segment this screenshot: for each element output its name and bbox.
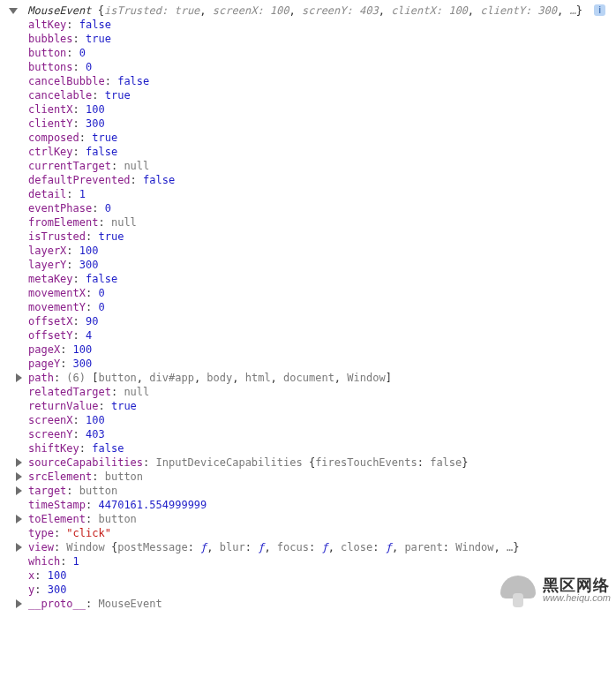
property-name: returnValue: [28, 400, 98, 412]
property-row: cancelBubble: false: [7, 74, 609, 88]
property-value: false: [86, 146, 117, 158]
property-row: timeStamp: 4470161.554999999: [7, 498, 609, 512]
info-icon[interactable]: i: [594, 4, 605, 16]
property-value: false: [143, 174, 175, 186]
property-row: altKey: false: [7, 18, 609, 32]
property-name: toElement: [28, 513, 86, 525]
property-name: offsetY: [28, 329, 73, 342]
property-value: false: [86, 273, 117, 285]
property-value: button: [79, 485, 117, 497]
property-row: shiftKey: false: [7, 441, 609, 455]
disclosure-triangle-icon[interactable]: [16, 472, 22, 481]
property-name: movementX: [28, 287, 86, 299]
property-name: isTrusted: [28, 230, 86, 243]
disclosure-triangle-icon[interactable]: [16, 599, 22, 608]
property-value: false: [117, 75, 149, 87]
property-name: ctrlKey: [28, 146, 73, 158]
property-row: cancelable: true: [7, 88, 609, 102]
property-name: defaultPrevented: [28, 174, 131, 186]
property-value: button: [98, 513, 136, 525]
property-list: altKey: falsebubbles: truebutton: 0butto…: [7, 18, 609, 611]
property-name: __proto__: [28, 598, 86, 610]
property-value: 100: [79, 245, 99, 257]
property-value: Window: [66, 541, 111, 553]
object-header[interactable]: MouseEvent {isTrusted: true, screenX: 10…: [7, 4, 609, 18]
disclosure-triangle-icon[interactable]: [16, 515, 22, 523]
property-row: layerY: 300: [7, 258, 609, 272]
property-row: detail: 1: [7, 187, 609, 201]
disclosure-triangle-icon[interactable]: [9, 8, 18, 14]
property-row: clientY: 300: [7, 117, 609, 131]
property-name: fromElement: [28, 216, 98, 229]
object-type-label: MouseEvent: [27, 4, 91, 17]
property-row: offsetX: 90: [7, 314, 609, 328]
property-row[interactable]: sourceCapabilities: InputDeviceCapabilit…: [7, 455, 609, 470]
property-row[interactable]: target: button: [7, 484, 609, 498]
property-value: false: [92, 442, 124, 455]
property-row: movementX: 0: [7, 286, 609, 300]
property-value: true: [111, 400, 137, 412]
property-value: 4: [86, 329, 92, 342]
property-value: 300: [73, 358, 93, 370]
disclosure-triangle-icon[interactable]: [16, 543, 22, 552]
property-name: metaKey: [28, 273, 73, 285]
property-name: which: [28, 555, 60, 568]
property-row[interactable]: toElement: button: [7, 512, 609, 526]
property-row[interactable]: view: Window {postMessage: ƒ, blur: ƒ, f…: [7, 540, 609, 554]
property-name: target: [28, 485, 66, 497]
property-value: 100: [86, 414, 105, 426]
property-value: button: [105, 470, 143, 483]
property-row: relatedTarget: null: [7, 385, 609, 399]
property-row: ctrlKey: false: [7, 145, 609, 159]
property-row: composed: true: [7, 131, 609, 145]
property-name: relatedTarget: [28, 386, 111, 398]
property-value: 0: [98, 287, 104, 299]
property-row: eventPhase: 0: [7, 201, 609, 215]
property-name: currentTarget: [28, 160, 111, 172]
property-value: true: [92, 132, 117, 144]
property-row: clientX: 100: [7, 102, 609, 117]
property-value: null: [124, 160, 149, 172]
property-row[interactable]: srcElement: button: [7, 470, 609, 484]
property-row: fromElement: null: [7, 215, 609, 230]
property-name: cancelBubble: [28, 75, 105, 87]
property-value: false: [79, 19, 111, 31]
property-value: MouseEvent: [98, 598, 162, 610]
property-row: bubbles: true: [7, 32, 609, 46]
property-value: null: [111, 216, 137, 229]
property-row[interactable]: path: (6) [button, div#app, body, html, …: [7, 371, 609, 385]
disclosure-triangle-icon[interactable]: [16, 373, 22, 382]
disclosure-triangle-icon[interactable]: [16, 486, 22, 495]
property-name: screenY: [28, 428, 73, 440]
property-name: clientX: [28, 103, 73, 116]
property-row: movementY: 0: [7, 300, 609, 314]
property-name: buttons: [28, 61, 73, 73]
property-name: button: [28, 47, 66, 59]
property-row: defaultPrevented: false: [7, 173, 609, 187]
property-row: isTrusted: true: [7, 230, 609, 244]
disclosure-triangle-icon[interactable]: [16, 458, 22, 467]
property-row: offsetY: 4: [7, 328, 609, 342]
property-row: metaKey: false: [7, 272, 609, 286]
property-name: view: [28, 541, 54, 553]
property-name: altKey: [28, 19, 66, 31]
property-row: pageY: 300: [7, 357, 609, 371]
property-row: which: 1: [7, 554, 609, 568]
property-row[interactable]: __proto__: MouseEvent: [7, 597, 609, 611]
property-value: 300: [86, 117, 105, 130]
property-value: 100: [73, 343, 93, 356]
property-value: 300: [79, 259, 99, 271]
property-value: true: [98, 230, 124, 243]
property-row: button: 0: [7, 46, 609, 60]
property-value: 0: [98, 301, 104, 313]
property-row: screenX: 100: [7, 413, 609, 427]
property-name: path: [28, 372, 54, 384]
property-row: y: 300: [7, 583, 609, 597]
property-row: returnValue: true: [7, 399, 609, 413]
property-row: type: "click": [7, 526, 609, 540]
property-row: currentTarget: null: [7, 159, 609, 173]
property-name: pageX: [28, 343, 60, 356]
property-name: timeStamp: [28, 499, 86, 511]
property-value: 0: [105, 202, 111, 215]
property-value: 300: [48, 583, 67, 596]
